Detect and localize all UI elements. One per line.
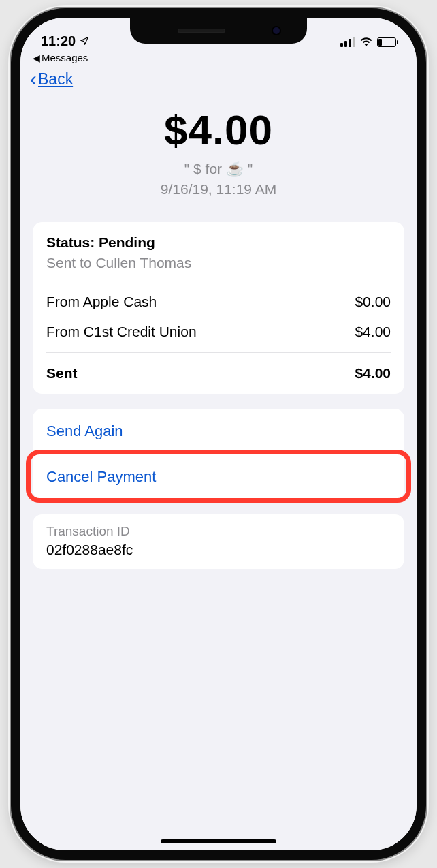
status-label: Status:: [46, 234, 95, 250]
sent-to-name: Cullen Thomas: [95, 255, 191, 270]
battery-icon: [377, 37, 396, 47]
source-amount: $0.00: [355, 294, 391, 310]
sent-to-prefix: Sent to: [46, 255, 92, 270]
screen: 11:20 ◀︎ Messages ‹ Back: [20, 18, 417, 850]
transaction-id-value: 02f0288ae8fc: [33, 542, 404, 569]
speaker-grill: [178, 29, 225, 33]
transaction-memo: " $ for ☕️ ": [20, 161, 417, 177]
send-again-button[interactable]: Send Again: [33, 409, 404, 454]
breadcrumb-label: Messages: [42, 52, 88, 63]
transaction-amount: $4.00: [20, 106, 417, 154]
location-icon: [80, 33, 89, 49]
source-label: From Apple Cash: [46, 294, 157, 310]
transaction-id-card: Transaction ID 02f0288ae8fc: [33, 514, 404, 569]
device-notch: [130, 18, 307, 44]
total-label: Sent: [46, 365, 78, 382]
source-label: From C1st Credit Union: [46, 324, 197, 340]
actions-card: Send Again Cancel Payment: [33, 409, 404, 499]
cancel-payment-button[interactable]: Cancel Payment: [33, 454, 404, 499]
transaction-datetime: 9/16/19, 11:19 AM: [20, 181, 417, 198]
transaction-id-label: Transaction ID: [33, 514, 404, 542]
phone-device-frame: 11:20 ◀︎ Messages ‹ Back: [11, 8, 426, 860]
status-time: 11:20: [41, 33, 76, 49]
front-camera: [273, 27, 280, 34]
breadcrumb-return-to-app[interactable]: ◀︎ Messages: [20, 50, 417, 63]
back-button-label: Back: [38, 70, 73, 89]
status-value: Pending: [99, 234, 155, 250]
chevron-left-icon: ‹: [30, 72, 37, 87]
source-amount: $4.00: [355, 324, 391, 340]
cellular-signal-icon: [340, 37, 355, 47]
source-row: From C1st Credit Union $4.00: [33, 322, 404, 352]
home-indicator[interactable]: [161, 839, 276, 843]
transaction-header: $4.00 " $ for ☕️ " 9/16/19, 11:19 AM: [20, 89, 417, 222]
details-card: Status: Pending Sent to Cullen Thomas Fr…: [33, 222, 404, 394]
status-row: Status: Pending Sent to Cullen Thomas: [33, 222, 404, 281]
total-amount: $4.00: [355, 365, 391, 382]
breadcrumb-arrow-icon: ◀︎: [33, 52, 40, 63]
back-button[interactable]: ‹ Back: [30, 70, 73, 89]
wifi-icon: [359, 35, 373, 50]
total-row: Sent $4.00: [33, 353, 404, 394]
source-row: From Apple Cash $0.00: [33, 281, 404, 322]
